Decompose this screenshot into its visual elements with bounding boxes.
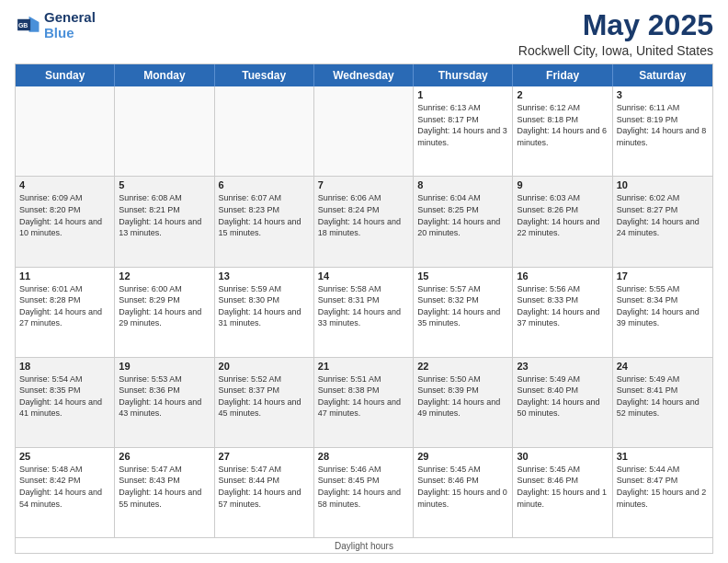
cal-header-sunday: Sunday xyxy=(16,64,115,86)
logo: GB General Blue xyxy=(15,9,96,41)
cell-info: Sunrise: 6:09 AMSunset: 8:20 PMDaylight:… xyxy=(19,192,110,238)
cal-cell-22: 22Sunrise: 5:50 AMSunset: 8:39 PMDayligh… xyxy=(414,358,513,447)
day-number: 29 xyxy=(417,451,508,462)
day-number: 5 xyxy=(119,179,210,190)
day-number: 27 xyxy=(219,451,310,462)
cal-header-thursday: Thursday xyxy=(414,64,513,86)
cell-info: Sunrise: 5:48 AMSunset: 8:42 PMDaylight:… xyxy=(19,464,110,510)
cell-info: Sunrise: 5:53 AMSunset: 8:36 PMDaylight:… xyxy=(119,373,210,419)
cal-cell-15: 15Sunrise: 5:57 AMSunset: 8:32 PMDayligh… xyxy=(414,268,513,357)
footer-text: Daylight hours xyxy=(335,541,393,551)
cal-week-4: 18Sunrise: 5:54 AMSunset: 8:35 PMDayligh… xyxy=(16,358,712,448)
cal-header-saturday: Saturday xyxy=(613,64,712,86)
cal-cell-16: 16Sunrise: 5:56 AMSunset: 8:33 PMDayligh… xyxy=(513,268,612,357)
day-number: 2 xyxy=(517,89,608,100)
cell-info: Sunrise: 6:13 AMSunset: 8:17 PMDaylight:… xyxy=(417,102,508,148)
day-number: 20 xyxy=(219,361,310,372)
day-number: 24 xyxy=(617,361,709,372)
day-number: 6 xyxy=(219,179,310,190)
day-number: 11 xyxy=(19,270,110,282)
svg-text:GB: GB xyxy=(18,22,28,29)
cell-info: Sunrise: 5:52 AMSunset: 8:37 PMDaylight:… xyxy=(219,373,310,419)
cell-info: Sunrise: 6:07 AMSunset: 8:23 PMDaylight:… xyxy=(219,192,310,238)
day-number: 31 xyxy=(617,451,709,462)
day-number: 17 xyxy=(617,270,709,282)
cell-info: Sunrise: 6:08 AMSunset: 8:21 PMDaylight:… xyxy=(119,192,210,238)
cell-info: Sunrise: 6:00 AMSunset: 8:29 PMDaylight:… xyxy=(119,283,210,329)
cell-info: Sunrise: 5:59 AMSunset: 8:30 PMDaylight:… xyxy=(219,283,310,329)
cell-info: Sunrise: 5:47 AMSunset: 8:43 PMDaylight:… xyxy=(119,464,210,510)
day-number: 19 xyxy=(119,361,210,372)
cell-info: Sunrise: 5:57 AMSunset: 8:32 PMDaylight:… xyxy=(417,283,508,329)
main-title: May 2025 xyxy=(518,9,713,41)
cal-cell-12: 12Sunrise: 6:00 AMSunset: 8:29 PMDayligh… xyxy=(115,268,214,357)
cell-info: Sunrise: 6:02 AMSunset: 8:27 PMDaylight:… xyxy=(617,192,709,238)
cal-header-tuesday: Tuesday xyxy=(215,64,314,86)
cal-cell-8: 8Sunrise: 6:04 AMSunset: 8:25 PMDaylight… xyxy=(414,177,513,266)
cell-info: Sunrise: 5:45 AMSunset: 8:46 PMDaylight:… xyxy=(417,464,508,510)
cell-info: Sunrise: 6:11 AMSunset: 8:19 PMDaylight:… xyxy=(617,102,709,148)
cal-cell-5: 5Sunrise: 6:08 AMSunset: 8:21 PMDaylight… xyxy=(115,177,214,266)
day-number: 8 xyxy=(417,179,508,190)
day-number: 1 xyxy=(417,89,508,100)
cell-info: Sunrise: 6:03 AMSunset: 8:26 PMDaylight:… xyxy=(517,192,608,238)
day-number: 18 xyxy=(19,361,110,372)
cal-cell-3: 3Sunrise: 6:11 AMSunset: 8:19 PMDaylight… xyxy=(613,86,712,176)
cell-info: Sunrise: 6:04 AMSunset: 8:25 PMDaylight:… xyxy=(417,192,508,238)
logo-line1: General xyxy=(44,9,96,25)
cal-cell-23: 23Sunrise: 5:49 AMSunset: 8:40 PMDayligh… xyxy=(513,358,612,447)
cell-info: Sunrise: 6:01 AMSunset: 8:28 PMDaylight:… xyxy=(19,283,110,329)
cal-cell-7: 7Sunrise: 6:06 AMSunset: 8:24 PMDaylight… xyxy=(314,177,414,266)
day-number: 21 xyxy=(318,361,409,372)
cal-cell-17: 17Sunrise: 5:55 AMSunset: 8:34 PMDayligh… xyxy=(613,268,712,357)
footer-note: Daylight hours xyxy=(16,537,712,553)
cal-cell-21: 21Sunrise: 5:51 AMSunset: 8:38 PMDayligh… xyxy=(314,358,414,447)
cal-cell-28: 28Sunrise: 5:46 AMSunset: 8:45 PMDayligh… xyxy=(314,448,414,537)
cal-cell-11: 11Sunrise: 6:01 AMSunset: 8:28 PMDayligh… xyxy=(16,268,115,357)
day-number: 13 xyxy=(219,270,310,282)
day-number: 9 xyxy=(517,179,608,190)
cal-cell-2: 2Sunrise: 6:12 AMSunset: 8:18 PMDaylight… xyxy=(513,86,612,176)
day-number: 25 xyxy=(19,451,110,462)
cell-info: Sunrise: 5:55 AMSunset: 8:34 PMDaylight:… xyxy=(617,283,709,329)
header: GB General Blue May 2025 Rockwell City, … xyxy=(15,9,713,58)
cal-cell-13: 13Sunrise: 5:59 AMSunset: 8:30 PMDayligh… xyxy=(215,268,314,357)
day-number: 22 xyxy=(417,361,508,372)
cell-info: Sunrise: 5:49 AMSunset: 8:40 PMDaylight:… xyxy=(517,373,608,419)
cal-cell-empty-0-1 xyxy=(115,86,214,176)
cal-cell-26: 26Sunrise: 5:47 AMSunset: 8:43 PMDayligh… xyxy=(115,448,214,537)
day-number: 10 xyxy=(617,179,709,190)
title-area: May 2025 Rockwell City, Iowa, United Sta… xyxy=(518,9,713,58)
cal-cell-27: 27Sunrise: 5:47 AMSunset: 8:44 PMDayligh… xyxy=(215,448,314,537)
cal-header-friday: Friday xyxy=(513,64,612,86)
day-number: 3 xyxy=(617,89,709,100)
cal-cell-empty-0-0 xyxy=(16,86,115,176)
cal-week-1: 1Sunrise: 6:13 AMSunset: 8:17 PMDaylight… xyxy=(16,86,712,177)
cal-cell-6: 6Sunrise: 6:07 AMSunset: 8:23 PMDaylight… xyxy=(215,177,314,266)
calendar: SundayMondayTuesdayWednesdayThursdayFrid… xyxy=(15,63,713,554)
cal-cell-30: 30Sunrise: 5:45 AMSunset: 8:46 PMDayligh… xyxy=(513,448,612,537)
cal-cell-20: 20Sunrise: 5:52 AMSunset: 8:37 PMDayligh… xyxy=(215,358,314,447)
cal-week-5: 25Sunrise: 5:48 AMSunset: 8:42 PMDayligh… xyxy=(16,448,712,537)
cal-cell-14: 14Sunrise: 5:58 AMSunset: 8:31 PMDayligh… xyxy=(314,268,414,357)
cal-cell-19: 19Sunrise: 5:53 AMSunset: 8:36 PMDayligh… xyxy=(115,358,214,447)
page: GB General Blue May 2025 Rockwell City, … xyxy=(0,0,728,563)
logo-text: General Blue xyxy=(44,9,96,41)
cell-info: Sunrise: 5:47 AMSunset: 8:44 PMDaylight:… xyxy=(219,464,310,510)
day-number: 14 xyxy=(318,270,409,282)
logo-line2: Blue xyxy=(44,25,96,40)
day-number: 4 xyxy=(19,179,110,190)
day-number: 12 xyxy=(119,270,210,282)
logo-icon: GB xyxy=(15,12,40,38)
cal-header-monday: Monday xyxy=(115,64,214,86)
day-number: 7 xyxy=(318,179,409,190)
cal-cell-25: 25Sunrise: 5:48 AMSunset: 8:42 PMDayligh… xyxy=(16,448,115,537)
day-number: 15 xyxy=(417,270,508,282)
cal-cell-24: 24Sunrise: 5:49 AMSunset: 8:41 PMDayligh… xyxy=(613,358,712,447)
cell-info: Sunrise: 5:56 AMSunset: 8:33 PMDaylight:… xyxy=(517,283,608,329)
cell-info: Sunrise: 5:49 AMSunset: 8:41 PMDaylight:… xyxy=(617,373,709,419)
cell-info: Sunrise: 5:46 AMSunset: 8:45 PMDaylight:… xyxy=(318,464,409,510)
cell-info: Sunrise: 5:58 AMSunset: 8:31 PMDaylight:… xyxy=(318,283,409,329)
subtitle: Rockwell City, Iowa, United States xyxy=(518,43,713,58)
cell-info: Sunrise: 5:50 AMSunset: 8:39 PMDaylight:… xyxy=(417,373,508,419)
